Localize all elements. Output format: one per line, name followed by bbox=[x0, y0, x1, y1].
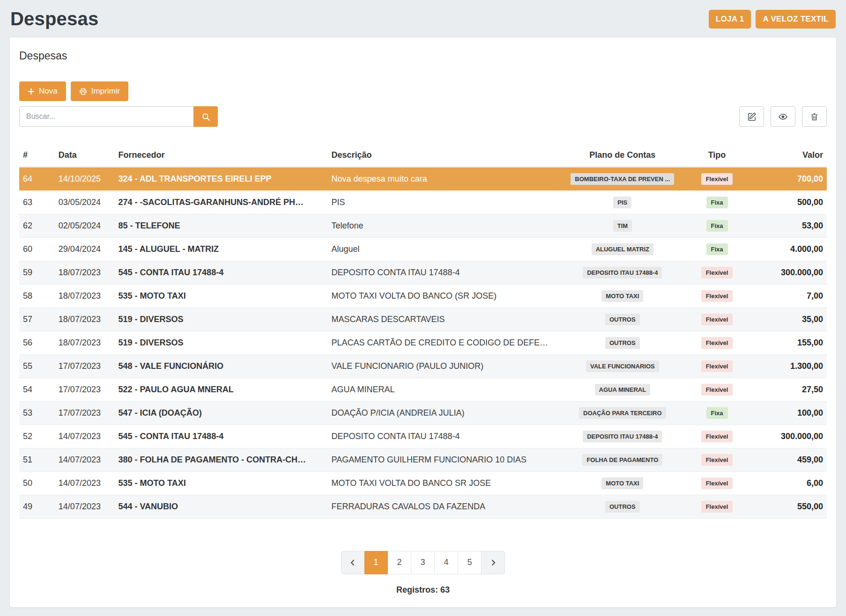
pagination-prev-button[interactable] bbox=[341, 551, 364, 574]
table-row[interactable]: 54 17/07/2023 522 - PAULO AGUA MNERAL AG… bbox=[19, 378, 827, 401]
header-buttons: LOJA 1 A VELOZ TEXTIL bbox=[709, 10, 836, 29]
new-expense-button[interactable]: Nova bbox=[19, 81, 66, 101]
row-account: TIM bbox=[564, 214, 682, 237]
type-badge: Flexível bbox=[701, 384, 733, 396]
row-account: OUTROS bbox=[564, 495, 682, 518]
search-button[interactable] bbox=[193, 106, 218, 127]
type-badge: Flexível bbox=[701, 314, 733, 325]
records-count: Registros: 63 bbox=[10, 585, 836, 595]
row-description: Nova despesa muito cara bbox=[328, 167, 564, 191]
pagination: 12345 bbox=[341, 551, 505, 574]
row-value: 459,00 bbox=[752, 448, 827, 471]
store-button[interactable]: LOJA 1 bbox=[709, 10, 751, 29]
row-description: DEPOSITO CONTA ITAU 17488-4 bbox=[328, 261, 564, 284]
row-id: 62 bbox=[19, 214, 55, 237]
row-supplier: 519 - DIVERSOS bbox=[114, 308, 327, 331]
table-row[interactable]: 55 17/07/2023 548 - VALE FUNCIONÁRIO VAL… bbox=[19, 354, 827, 378]
row-account: FOLHA DE PAGAMENTO bbox=[564, 448, 682, 471]
row-value: 700,00 bbox=[752, 167, 827, 191]
row-date: 17/07/2023 bbox=[55, 354, 115, 378]
row-description: MOTO TAXI VOLTA DO BANCO SR JOSE bbox=[328, 471, 564, 495]
type-badge: Flexível bbox=[701, 454, 733, 466]
table-row[interactable]: 57 18/07/2023 519 - DIVERSOS MASCARAS DE… bbox=[19, 308, 827, 331]
row-supplier: 145 - ALUGUEL - MATRIZ bbox=[114, 237, 327, 261]
row-account: AGUA MINERAL bbox=[564, 378, 682, 401]
row-id: 58 bbox=[19, 284, 55, 308]
print-button[interactable]: Imprimir bbox=[71, 81, 128, 101]
account-badge: OUTROS bbox=[605, 314, 640, 325]
view-button[interactable] bbox=[771, 106, 795, 127]
row-type: Flexível bbox=[682, 167, 753, 191]
type-badge: Fixa bbox=[706, 407, 728, 419]
row-supplier: 545 - CONTA ITAU 17488-4 bbox=[114, 261, 327, 284]
magnifier-icon bbox=[201, 112, 210, 121]
column-header-supplier: Fornecedor bbox=[114, 146, 327, 167]
account-badge: BOMBEIRO-TAXA DE PREVEN ... bbox=[571, 173, 674, 185]
edit-button[interactable] bbox=[739, 106, 764, 127]
account-badge: PIS bbox=[613, 197, 631, 208]
row-id: 51 bbox=[19, 448, 55, 471]
search-row bbox=[19, 106, 827, 127]
card-title: Despesas bbox=[10, 37, 836, 62]
type-badge: Flexível bbox=[701, 267, 733, 279]
page-title: Despesas bbox=[10, 8, 98, 29]
table-row[interactable]: 63 03/05/2024 274 - -SACOLITAS-GARANHUNS… bbox=[19, 191, 827, 214]
search-input[interactable] bbox=[19, 106, 193, 127]
pagination-page-1[interactable]: 1 bbox=[364, 551, 388, 574]
table-row[interactable]: 52 14/07/2023 545 - CONTA ITAU 17488-4 D… bbox=[19, 425, 827, 448]
row-supplier: 545 - CONTA ITAU 17488-4 bbox=[114, 425, 327, 448]
row-description: Aluguel bbox=[328, 237, 564, 261]
expenses-table: # Data Fornecedor Descrição Plano de Con… bbox=[19, 146, 827, 519]
printer-icon bbox=[79, 88, 87, 95]
row-date: 14/10/2025 bbox=[55, 167, 115, 191]
account-badge: DEPOSITO ITAU 17488-4 bbox=[583, 431, 662, 442]
chevron-right-icon bbox=[490, 559, 497, 566]
pagination-next-button[interactable] bbox=[482, 551, 505, 574]
row-date: 18/07/2023 bbox=[55, 284, 115, 308]
table-row[interactable]: 60 29/04/2024 145 - ALUGUEL - MATRIZ Alu… bbox=[19, 237, 827, 261]
table-row[interactable]: 59 18/07/2023 545 - CONTA ITAU 17488-4 D… bbox=[19, 261, 827, 284]
table-row[interactable]: 62 02/05/2024 85 - TELEFONE Telefone TIM… bbox=[19, 214, 827, 237]
column-header-description: Descrição bbox=[328, 146, 564, 167]
row-date: 18/07/2023 bbox=[55, 308, 115, 331]
row-id: 50 bbox=[19, 471, 55, 495]
table-row[interactable]: 64 14/10/2025 324 - ADL TRANSPORTES EIRE… bbox=[19, 167, 827, 191]
row-id: 56 bbox=[19, 331, 55, 354]
table-row[interactable]: 51 14/07/2023 380 - FOLHA DE PAGAMENTO -… bbox=[19, 448, 827, 471]
pagination-page-2[interactable]: 2 bbox=[388, 551, 411, 574]
new-expense-label: Nova bbox=[39, 87, 58, 96]
row-value: 7,00 bbox=[752, 284, 827, 308]
column-header-date: Data bbox=[55, 146, 115, 167]
table-row[interactable]: 49 14/07/2023 544 - VANUBIO FERRADURAS C… bbox=[19, 495, 827, 518]
eye-icon bbox=[778, 112, 788, 122]
row-date: 17/07/2023 bbox=[55, 378, 115, 401]
account-badge: MOTO TAXI bbox=[601, 290, 643, 302]
table-row[interactable]: 56 18/07/2023 519 - DIVERSOS PLACAS CART… bbox=[19, 331, 827, 354]
pagination-page-5[interactable]: 5 bbox=[458, 551, 482, 574]
row-supplier: 548 - VALE FUNCIONÁRIO bbox=[114, 354, 327, 378]
row-supplier: 274 - -SACOLITAS-GARANHUNS-ANDRÉ PH… bbox=[114, 191, 327, 214]
type-badge: Flexível bbox=[701, 173, 733, 185]
pagination-page-4[interactable]: 4 bbox=[435, 551, 458, 574]
edit-pencil-icon bbox=[747, 112, 757, 121]
type-badge: Fixa bbox=[706, 197, 728, 208]
row-date: 17/07/2023 bbox=[55, 401, 115, 425]
type-badge: Flexível bbox=[701, 337, 733, 349]
plus-icon bbox=[28, 88, 35, 95]
type-badge: Fixa bbox=[706, 220, 728, 232]
pagination-page-3[interactable]: 3 bbox=[411, 551, 435, 574]
row-description: DOAÇÃO P/ICIA (ANDREIA JULIA) bbox=[328, 401, 564, 425]
row-id: 57 bbox=[19, 308, 55, 331]
type-badge: Flexível bbox=[701, 431, 733, 442]
delete-button[interactable] bbox=[802, 106, 827, 127]
table-row[interactable]: 53 17/07/2023 547 - ICIA (DOAÇÃO) DOAÇÃO… bbox=[19, 401, 827, 425]
table-row[interactable]: 50 14/07/2023 535 - MOTO TAXI MOTO TAXI … bbox=[19, 471, 827, 495]
row-supplier: 544 - VANUBIO bbox=[114, 495, 327, 518]
row-description: PLACAS CARTÃO DE CREDITO E CODIGO DE DEF… bbox=[328, 331, 564, 354]
row-account: DEPOSITO ITAU 17488-4 bbox=[564, 425, 682, 448]
row-type: Fixa bbox=[682, 401, 753, 425]
table-row[interactable]: 58 18/07/2023 535 - MOTO TAXI MOTO TAXI … bbox=[19, 284, 827, 308]
row-date: 14/07/2023 bbox=[55, 425, 115, 448]
account-badge: TIM bbox=[613, 220, 632, 232]
company-button[interactable]: A VELOZ TEXTIL bbox=[756, 10, 836, 29]
